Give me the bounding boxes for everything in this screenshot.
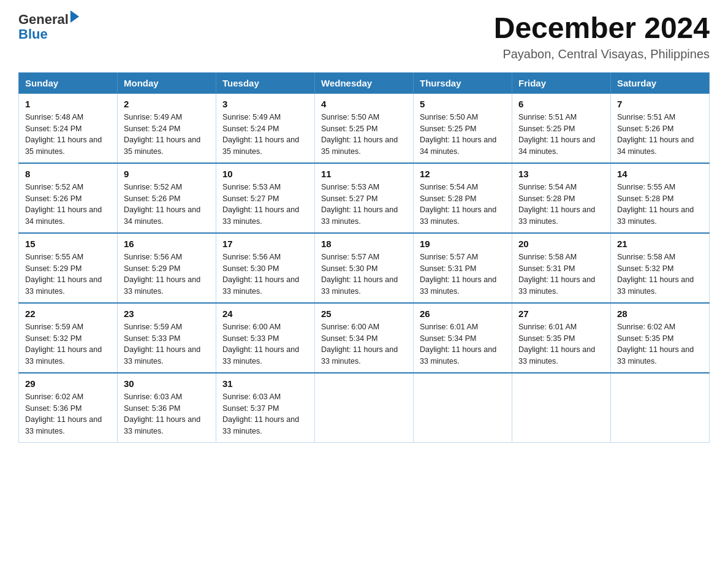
day-number: 6: [518, 99, 604, 109]
day-number: 29: [25, 378, 111, 389]
calendar-cell: 2 Sunrise: 5:49 AMSunset: 5:24 PMDayligh…: [118, 93, 216, 163]
day-number: 4: [321, 99, 407, 109]
logo-blue-text: Blue: [18, 27, 79, 42]
calendar-cell: 17 Sunrise: 5:56 AMSunset: 5:30 PMDaylig…: [216, 233, 315, 303]
calendar-cell: 1 Sunrise: 5:48 AMSunset: 5:24 PMDayligh…: [19, 93, 118, 163]
day-info: Sunrise: 5:52 AMSunset: 5:26 PMDaylight:…: [124, 182, 210, 228]
calendar-table: SundayMondayTuesdayWednesdayThursdayFrid…: [18, 72, 710, 443]
calendar-cell: [315, 373, 414, 443]
day-number: 12: [420, 169, 506, 179]
calendar-cell: 8 Sunrise: 5:52 AMSunset: 5:26 PMDayligh…: [19, 163, 118, 233]
day-number: 24: [222, 308, 308, 319]
day-number: 26: [420, 308, 506, 319]
day-info: Sunrise: 5:51 AMSunset: 5:25 PMDaylight:…: [518, 112, 604, 158]
logo: General Blue: [18, 12, 79, 42]
calendar-week-row: 15 Sunrise: 5:55 AMSunset: 5:29 PMDaylig…: [19, 233, 710, 303]
day-header-monday: Monday: [118, 72, 216, 93]
calendar-week-row: 8 Sunrise: 5:52 AMSunset: 5:26 PMDayligh…: [19, 163, 710, 233]
calendar-cell: 21 Sunrise: 5:58 AMSunset: 5:32 PMDaylig…: [611, 233, 710, 303]
day-header-friday: Friday: [512, 72, 611, 93]
day-number: 13: [518, 169, 604, 179]
day-number: 1: [25, 99, 111, 109]
calendar-title: December 2024: [494, 12, 710, 45]
day-number: 19: [420, 239, 506, 249]
calendar-cell: 13 Sunrise: 5:54 AMSunset: 5:28 PMDaylig…: [512, 163, 611, 233]
calendar-cell: 11 Sunrise: 5:53 AMSunset: 5:27 PMDaylig…: [315, 163, 414, 233]
day-number: 2: [124, 99, 210, 109]
day-info: Sunrise: 5:55 AMSunset: 5:29 PMDaylight:…: [25, 251, 111, 297]
calendar-cell: 7 Sunrise: 5:51 AMSunset: 5:26 PMDayligh…: [611, 93, 710, 163]
day-number: 3: [222, 99, 308, 109]
calendar-cell: 10 Sunrise: 5:53 AMSunset: 5:27 PMDaylig…: [216, 163, 315, 233]
calendar-cell: [414, 373, 512, 443]
calendar-cell: 28 Sunrise: 6:02 AMSunset: 5:35 PMDaylig…: [611, 303, 710, 373]
day-number: 7: [617, 99, 703, 109]
day-number: 5: [420, 99, 506, 109]
day-info: Sunrise: 5:54 AMSunset: 5:28 PMDaylight:…: [518, 182, 604, 228]
day-info: Sunrise: 5:53 AMSunset: 5:27 PMDaylight:…: [321, 182, 407, 228]
calendar-cell: 15 Sunrise: 5:55 AMSunset: 5:29 PMDaylig…: [19, 233, 118, 303]
day-info: Sunrise: 5:53 AMSunset: 5:27 PMDaylight:…: [222, 182, 308, 228]
day-info: Sunrise: 5:49 AMSunset: 5:24 PMDaylight:…: [124, 112, 210, 158]
calendar-cell: 18 Sunrise: 5:57 AMSunset: 5:30 PMDaylig…: [315, 233, 414, 303]
calendar-cell: 23 Sunrise: 5:59 AMSunset: 5:33 PMDaylig…: [118, 303, 216, 373]
day-number: 18: [321, 239, 407, 249]
day-info: Sunrise: 6:02 AMSunset: 5:36 PMDaylight:…: [25, 391, 111, 437]
day-header-wednesday: Wednesday: [315, 72, 414, 93]
calendar-week-row: 29 Sunrise: 6:02 AMSunset: 5:36 PMDaylig…: [19, 373, 710, 443]
day-header-saturday: Saturday: [611, 72, 710, 93]
day-info: Sunrise: 5:49 AMSunset: 5:24 PMDaylight:…: [222, 112, 308, 158]
calendar-cell: 3 Sunrise: 5:49 AMSunset: 5:24 PMDayligh…: [216, 93, 315, 163]
calendar-cell: 4 Sunrise: 5:50 AMSunset: 5:25 PMDayligh…: [315, 93, 414, 163]
day-info: Sunrise: 5:50 AMSunset: 5:25 PMDaylight:…: [420, 112, 506, 158]
day-info: Sunrise: 5:52 AMSunset: 5:26 PMDaylight:…: [25, 182, 111, 228]
day-info: Sunrise: 5:51 AMSunset: 5:26 PMDaylight:…: [617, 112, 703, 158]
calendar-cell: 29 Sunrise: 6:02 AMSunset: 5:36 PMDaylig…: [19, 373, 118, 443]
day-info: Sunrise: 6:00 AMSunset: 5:34 PMDaylight:…: [321, 321, 407, 367]
day-info: Sunrise: 5:58 AMSunset: 5:32 PMDaylight:…: [617, 251, 703, 297]
day-number: 23: [124, 308, 210, 319]
day-number: 14: [617, 169, 703, 179]
day-number: 21: [617, 239, 703, 249]
day-number: 16: [124, 239, 210, 249]
day-number: 25: [321, 308, 407, 319]
page-header: General Blue December 2024 Payabon, Cent…: [18, 12, 710, 61]
logo-arrow-icon: [70, 10, 79, 23]
calendar-cell: 12 Sunrise: 5:54 AMSunset: 5:28 PMDaylig…: [414, 163, 512, 233]
day-number: 15: [25, 239, 111, 249]
day-info: Sunrise: 5:50 AMSunset: 5:25 PMDaylight:…: [321, 112, 407, 158]
logo-general-text: General: [18, 12, 69, 27]
day-number: 10: [222, 169, 308, 179]
day-header-sunday: Sunday: [19, 72, 118, 93]
day-number: 9: [124, 169, 210, 179]
day-header-thursday: Thursday: [414, 72, 512, 93]
day-info: Sunrise: 6:01 AMSunset: 5:34 PMDaylight:…: [420, 321, 506, 367]
day-info: Sunrise: 5:54 AMSunset: 5:28 PMDaylight:…: [420, 182, 506, 228]
day-info: Sunrise: 6:01 AMSunset: 5:35 PMDaylight:…: [518, 321, 604, 367]
day-info: Sunrise: 5:56 AMSunset: 5:29 PMDaylight:…: [124, 251, 210, 297]
day-info: Sunrise: 6:03 AMSunset: 5:37 PMDaylight:…: [222, 391, 308, 437]
calendar-cell: 25 Sunrise: 6:00 AMSunset: 5:34 PMDaylig…: [315, 303, 414, 373]
day-number: 31: [222, 378, 308, 389]
calendar-week-row: 22 Sunrise: 5:59 AMSunset: 5:32 PMDaylig…: [19, 303, 710, 373]
title-block: December 2024 Payabon, Central Visayas, …: [494, 12, 710, 61]
day-number: 8: [25, 169, 111, 179]
calendar-cell: 22 Sunrise: 5:59 AMSunset: 5:32 PMDaylig…: [19, 303, 118, 373]
day-info: Sunrise: 6:03 AMSunset: 5:36 PMDaylight:…: [124, 391, 210, 437]
calendar-cell: 30 Sunrise: 6:03 AMSunset: 5:36 PMDaylig…: [118, 373, 216, 443]
calendar-cell: 5 Sunrise: 5:50 AMSunset: 5:25 PMDayligh…: [414, 93, 512, 163]
calendar-cell: 26 Sunrise: 6:01 AMSunset: 5:34 PMDaylig…: [414, 303, 512, 373]
day-number: 22: [25, 308, 111, 319]
calendar-subtitle: Payabon, Central Visayas, Philippines: [494, 47, 710, 61]
calendar-week-row: 1 Sunrise: 5:48 AMSunset: 5:24 PMDayligh…: [19, 93, 710, 163]
day-info: Sunrise: 5:48 AMSunset: 5:24 PMDaylight:…: [25, 112, 111, 158]
calendar-cell: 20 Sunrise: 5:58 AMSunset: 5:31 PMDaylig…: [512, 233, 611, 303]
calendar-cell: 9 Sunrise: 5:52 AMSunset: 5:26 PMDayligh…: [118, 163, 216, 233]
day-number: 17: [222, 239, 308, 249]
day-info: Sunrise: 5:57 AMSunset: 5:30 PMDaylight:…: [321, 251, 407, 297]
calendar-cell: [512, 373, 611, 443]
calendar-cell: 16 Sunrise: 5:56 AMSunset: 5:29 PMDaylig…: [118, 233, 216, 303]
day-info: Sunrise: 5:55 AMSunset: 5:28 PMDaylight:…: [617, 182, 703, 228]
calendar-body: 1 Sunrise: 5:48 AMSunset: 5:24 PMDayligh…: [19, 93, 710, 442]
calendar-cell: 6 Sunrise: 5:51 AMSunset: 5:25 PMDayligh…: [512, 93, 611, 163]
